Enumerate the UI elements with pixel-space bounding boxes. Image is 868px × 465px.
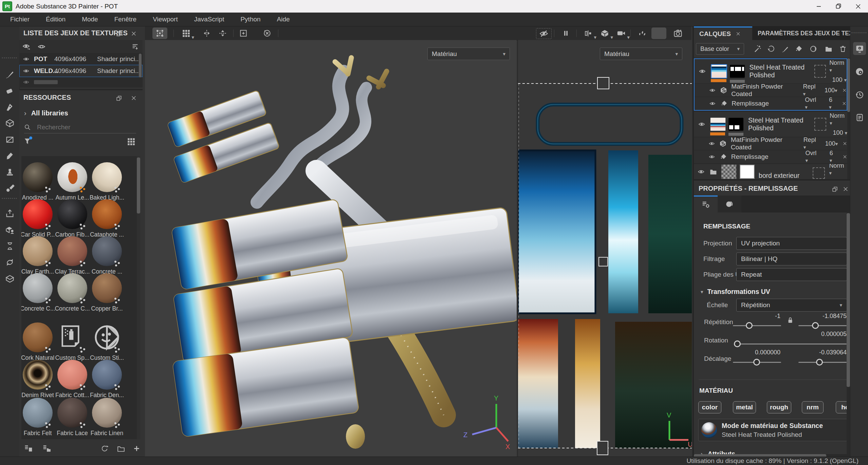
- layer-row[interactable]: Steel Heat Treated Polished Norm ▾ 100 ▾: [695, 59, 847, 83]
- menu-aide[interactable]: Aide: [269, 16, 298, 23]
- eraser-tool-icon[interactable]: [3, 84, 16, 97]
- substance-material-mode[interactable]: Mode de matériau de Substance Steel Heat…: [698, 419, 848, 441]
- new-folder-icon[interactable]: [116, 443, 126, 453]
- hide-selection-icon[interactable]: [536, 28, 552, 39]
- minimize-button[interactable]: [809, 0, 829, 13]
- smudge-tool-icon[interactable]: [3, 149, 16, 162]
- layer-group-selected[interactable]: Steel Heat Treated Polished Norm ▾ 100 ▾…: [694, 58, 847, 111]
- close-icon[interactable]: [129, 93, 139, 103]
- opacity-select[interactable]: 100▾: [825, 140, 838, 147]
- mask-placeholder[interactable]: [814, 65, 826, 78]
- scrollbar-thumb[interactable]: [137, 157, 140, 213]
- blend-mode-select[interactable]: Norm ▾: [830, 112, 847, 127]
- breadcrumb[interactable]: › All libraries: [24, 109, 68, 117]
- visibility-eye-icon[interactable]: [22, 68, 30, 74]
- opacity-select[interactable]: 100 ▾: [833, 129, 847, 136]
- resource-tile[interactable]: Fabric Linen: [92, 398, 122, 428]
- visibility-eye-icon[interactable]: [709, 100, 716, 107]
- resource-tile[interactable]: Fabric Lace: [57, 398, 87, 428]
- add-fill-layer-icon[interactable]: [794, 44, 804, 54]
- undock-icon[interactable]: [830, 184, 840, 194]
- channel-chip-metal[interactable]: metal: [733, 401, 756, 413]
- material-mode-select-3d[interactable]: Matériau▾: [427, 48, 510, 60]
- slider-knob[interactable]: [812, 322, 819, 329]
- projection-tool-icon[interactable]: [3, 100, 16, 113]
- resource-tile[interactable]: Cataphote ...: [92, 199, 122, 229]
- reset-transform-icon[interactable]: [260, 27, 275, 39]
- resource-tile[interactable]: Concrete C...: [57, 273, 87, 303]
- close-icon[interactable]: [129, 29, 139, 39]
- visibility-eye-icon[interactable]: [697, 168, 705, 175]
- display-settings-icon[interactable]: [853, 42, 866, 55]
- slider-knob[interactable]: [753, 359, 760, 366]
- filter-button[interactable]: [23, 137, 32, 147]
- resource-tile[interactable]: Baked Ligh...: [92, 162, 122, 192]
- menu-viewport[interactable]: Viewport: [145, 16, 186, 23]
- clone-stamp-tool-icon[interactable]: [3, 166, 16, 179]
- repeat-x-slider[interactable]: [733, 325, 781, 326]
- layer-effect-row[interactable]: MatFinish Powder Coated Repl ▾ 100▾: [695, 83, 847, 97]
- assets-icon[interactable]: [3, 223, 16, 236]
- resource-tile[interactable]: Fabric Felt: [23, 398, 53, 428]
- split-view-icon[interactable]: ▾: [580, 27, 595, 39]
- particles-icon[interactable]: [634, 27, 649, 39]
- menu-javascript[interactable]: JavaScript: [186, 16, 233, 23]
- history-icon[interactable]: [853, 88, 866, 101]
- add-smart-material-icon[interactable]: [766, 44, 776, 54]
- center-pivot-icon[interactable]: [236, 27, 251, 39]
- scale-mode-select[interactable]: Répétition▾: [736, 299, 847, 312]
- visibility-eye-icon[interactable]: [709, 87, 716, 93]
- blend-mode-select[interactable]: Norm ▾: [829, 164, 847, 176]
- restore-button[interactable]: [829, 0, 848, 13]
- resource-tile[interactable]: Copper Br...: [92, 273, 122, 303]
- move-to-shelf-icon[interactable]: [42, 443, 52, 453]
- viewport-3d[interactable]: Y Z X Matériau▾: [145, 40, 517, 457]
- resource-tile[interactable]: Fabric Den...: [92, 360, 122, 390]
- slider-knob[interactable]: [734, 340, 741, 347]
- layer-mask-thumbnail[interactable]: [728, 118, 743, 131]
- opacity-select[interactable]: 100▾: [825, 87, 837, 94]
- shader-settings-icon[interactable]: [853, 65, 866, 78]
- resource-tile[interactable]: Anodized ...: [23, 162, 53, 192]
- resource-tile[interactable]: Car Solid P...: [23, 199, 53, 229]
- resource-tile[interactable]: Custom Sti...: [92, 322, 122, 354]
- tab-calques[interactable]: CALQUES: [694, 26, 752, 40]
- link-lock-icon[interactable]: [786, 316, 794, 326]
- close-tab-icon[interactable]: [736, 31, 741, 36]
- layer-group[interactable]: Steel Heat Treated Polished Norm ▾ 100 ▾…: [694, 111, 847, 163]
- resource-tile[interactable]: Autumn Le...: [57, 162, 87, 192]
- toolbar-drag-handle[interactable]: ••••••••: [0, 196, 19, 200]
- offset-y-slider[interactable]: [798, 362, 847, 363]
- texture-set-row-partial[interactable]: [19, 77, 143, 87]
- rotation-slider[interactable]: [734, 343, 847, 345]
- visibility-eye-icon[interactable]: [698, 121, 705, 128]
- offset-x-slider[interactable]: [733, 362, 781, 363]
- remove-effect-icon[interactable]: [842, 88, 847, 93]
- blend-mode-select[interactable]: Ovrl ▾: [805, 150, 820, 164]
- resource-tile[interactable]: Cork Natural: [23, 322, 53, 352]
- offset-y-value[interactable]: -0.039064: [816, 349, 847, 356]
- paint-mode-icon[interactable]: [651, 27, 666, 39]
- camera-view-icon[interactable]: ▾: [614, 27, 629, 39]
- close-icon[interactable]: [841, 184, 851, 194]
- toolbar-drag-handle[interactable]: ••••••••: [0, 56, 19, 60]
- mirror-vertical-icon[interactable]: [215, 27, 230, 39]
- visibility-eye-icon[interactable]: [22, 56, 30, 62]
- layer-effect-row[interactable]: MatFinish Powder Coated Repl ▾ 100▾: [694, 137, 847, 150]
- slider-knob[interactable]: [816, 359, 823, 366]
- blend-mode-select[interactable]: Norm ▾: [829, 59, 847, 74]
- menu-fenetre[interactable]: Fenêtre: [106, 16, 145, 23]
- layer-row-partial[interactable]: bord exterieur Norm ▾: [694, 164, 847, 179]
- v-scrollbar-thumb[interactable]: [847, 213, 850, 387]
- blend-mode-select[interactable]: Ovrl ▾: [805, 96, 820, 111]
- mirror-horizontal-icon[interactable]: [199, 27, 214, 39]
- repeat-x-value[interactable]: -1: [750, 313, 780, 320]
- resource-tile[interactable]: Concrete ...: [92, 236, 122, 266]
- save-list-icon[interactable]: [23, 443, 34, 453]
- channel-chip-color[interactable]: color: [698, 401, 721, 413]
- menu-python[interactable]: Python: [232, 16, 269, 23]
- add-effect-icon[interactable]: [752, 44, 762, 54]
- filtering-select[interactable]: Bilinear | HQ: [736, 253, 847, 265]
- paint-tool-icon[interactable]: [3, 68, 16, 81]
- menu-fichier[interactable]: Fichier: [2, 16, 38, 23]
